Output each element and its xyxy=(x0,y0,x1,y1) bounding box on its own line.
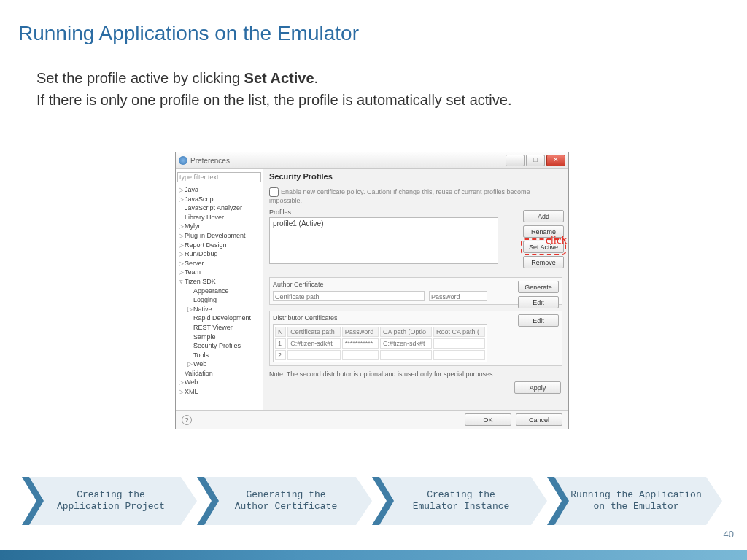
footer-bar xyxy=(0,550,747,560)
edit-distributor-button[interactable]: Edit xyxy=(518,314,559,327)
process-step: Generating theAuthor Certificate xyxy=(197,477,372,525)
body-text: Set the profile active by clicking Set A… xyxy=(0,52,747,111)
process-step: Creating theEmulator Instance xyxy=(372,477,547,525)
maximize-button[interactable]: □ xyxy=(526,155,545,166)
author-group-label: Author Certificate xyxy=(273,281,559,288)
close-button[interactable]: ✕ xyxy=(546,155,565,166)
minimize-button[interactable]: — xyxy=(506,155,525,166)
filter-input[interactable]: type filter text xyxy=(177,172,261,182)
author-password-field[interactable]: Password xyxy=(429,291,487,301)
page-number: 40 xyxy=(724,529,734,540)
dist-col-n: N xyxy=(275,327,286,337)
author-certificate-group: Author Certificate Certificate path Pass… xyxy=(269,277,562,305)
tree-node[interactable]: ▷Team xyxy=(177,268,261,277)
tree-node[interactable]: ▷Plug-in Development xyxy=(177,231,261,241)
preferences-tree-panel: type filter text ▷Java▷JavaScriptJavaScr… xyxy=(176,169,263,410)
table-row[interactable]: 1C:#tizen-sdk#t***********C:#tizen-sdk#t xyxy=(275,338,485,349)
tree-node[interactable]: Sample xyxy=(177,332,261,342)
process-step: Running the Applicationon the Emulator xyxy=(547,477,722,525)
policy-checkbox[interactable] xyxy=(269,187,279,197)
tree-node[interactable]: ▷Server xyxy=(177,259,261,268)
profile-item[interactable]: profile1 (Active) xyxy=(273,219,323,228)
slide-title: Running Applications on the Emulator xyxy=(0,0,747,52)
policy-checkbox-row[interactable]: Enable new certificate policy. Caution! … xyxy=(269,187,562,204)
generate-button[interactable]: Generate xyxy=(518,281,559,293)
tree-node[interactable]: ▷Report Design xyxy=(177,241,261,250)
remove-button[interactable]: Remove xyxy=(523,256,564,268)
tree-node[interactable]: Library Hover xyxy=(177,213,261,222)
ok-button[interactable]: OK xyxy=(465,413,511,426)
dist-group-label: Distributor Certificates xyxy=(273,314,559,322)
tree-node[interactable]: Tools xyxy=(177,351,261,360)
profiles-label: Profiles xyxy=(269,209,562,216)
edit-author-button[interactable]: Edit xyxy=(518,296,559,308)
dist-col-path: Certificate path xyxy=(287,327,341,337)
tree-node[interactable]: REST Viewer xyxy=(177,323,261,332)
author-cert-path-field[interactable]: Certificate path xyxy=(273,291,425,301)
preferences-main: Security Profiles Enable new certificate… xyxy=(263,169,568,410)
process-step: Creating theApplication Project xyxy=(22,477,197,525)
table-row[interactable]: 2 xyxy=(275,350,485,360)
tree-node[interactable]: Appearance xyxy=(177,287,261,296)
help-icon[interactable]: ? xyxy=(182,415,192,425)
policy-label: Enable new certificate policy. Caution! … xyxy=(269,188,530,204)
tree-node[interactable]: ▷Web xyxy=(177,359,261,369)
body-line2: If there is only one profile on the list… xyxy=(36,92,511,108)
tree-node[interactable]: ▷Native xyxy=(177,305,261,314)
dialog-title: Preferences xyxy=(190,157,506,165)
tree-node[interactable]: ▷Java xyxy=(177,185,261,195)
click-annotation: click xyxy=(546,234,567,246)
tree-node[interactable]: ▿Tizen SDK xyxy=(177,277,261,287)
tree-node[interactable]: ▷Web xyxy=(177,378,261,387)
tree-node[interactable]: ▷XML xyxy=(177,387,261,397)
distributor-table[interactable]: N Certificate path Password CA path (Opt… xyxy=(273,324,487,362)
dist-col-ca: CA path (Optio xyxy=(380,327,432,337)
app-icon xyxy=(179,156,187,165)
tree-node[interactable]: ▷Mylyn xyxy=(177,222,261,231)
tree-node[interactable]: Rapid Development xyxy=(177,314,261,323)
tree-node[interactable]: Logging xyxy=(177,295,261,305)
body-line1-pre: Set the profile active by clicking xyxy=(36,70,244,86)
cancel-button[interactable]: Cancel xyxy=(516,413,562,426)
distributor-note: Note: The second distributor is optional… xyxy=(269,370,562,378)
dist-col-root: Root CA path ( xyxy=(433,327,485,337)
tree-node[interactable]: ▷JavaScript xyxy=(177,195,261,204)
distributor-certificates-group: Distributor Certificates N Certificate p… xyxy=(269,311,562,366)
apply-button[interactable]: Apply xyxy=(514,381,561,394)
profiles-list[interactable]: profile1 (Active) xyxy=(269,217,498,264)
body-line1-post: . xyxy=(314,70,319,86)
section-heading: Security Profiles xyxy=(269,172,562,181)
preferences-dialog: Preferences — □ ✕ type filter text ▷Java… xyxy=(175,152,569,429)
tree-node[interactable]: Validation xyxy=(177,369,261,378)
preferences-tree[interactable]: ▷Java▷JavaScriptJavaScript AnalyzerLibra… xyxy=(177,185,261,397)
tree-node[interactable]: ▷Run/Debug xyxy=(177,249,261,259)
add-button[interactable]: Add xyxy=(523,210,564,222)
dist-col-pwd: Password xyxy=(342,327,379,337)
body-line1-bold: Set Active xyxy=(244,70,314,86)
tree-node[interactable]: Security Profiles xyxy=(177,341,261,351)
dialog-titlebar[interactable]: Preferences — □ ✕ xyxy=(176,152,568,169)
tree-node[interactable]: JavaScript Analyzer xyxy=(177,203,261,213)
process-steps: Creating theApplication ProjectGeneratin… xyxy=(22,477,722,525)
